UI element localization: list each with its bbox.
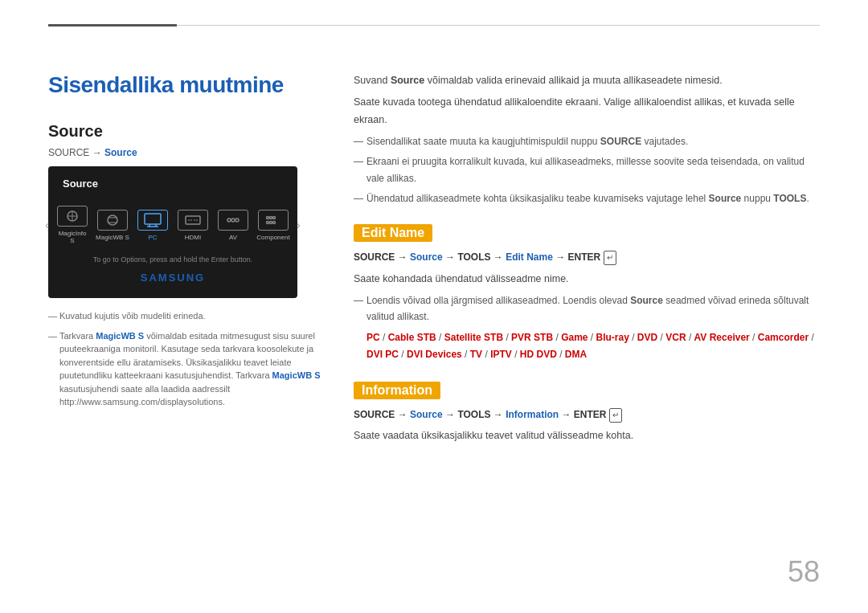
source-item-magicinfos[interactable]: MagicInfo S [55, 206, 89, 244]
source-icon-hdmi [178, 210, 208, 231]
source-label-component: Component [256, 234, 289, 241]
samsung-logo: SAMSUNG [56, 267, 289, 290]
note-item-1: Kuvatud kujutis võib mudeliti erineda. [48, 309, 321, 323]
sub-note-2: Ekraani ei pruugita korralikult kuvada, … [354, 153, 820, 186]
page-title: Sisendallika muutmine [48, 72, 321, 98]
source-arrow-right[interactable]: › [297, 219, 301, 231]
source-label-hdmi: HDMI [185, 234, 201, 241]
source-icon-magicwbs [97, 210, 128, 231]
source-icons-row: ‹ MagicInfo S [56, 199, 289, 251]
svg-point-16 [231, 219, 235, 222]
source-panel: Source ‹ MagicInfo S [48, 166, 297, 298]
source-item-av[interactable]: AV [216, 210, 250, 241]
svg-point-20 [273, 216, 276, 219]
page-number: 58 [788, 555, 820, 589]
source-item-magicwbs[interactable]: MagicWB S [96, 210, 129, 241]
source-path-label: SOURCE → [48, 147, 104, 158]
right-column: Suvand Source võimaldab valida erinevaid… [354, 72, 820, 452]
source-label-pc: PC [148, 234, 157, 241]
svg-point-22 [270, 221, 272, 223]
section-heading-source: Source [48, 122, 321, 141]
edit-name-title: Edit Name [354, 224, 432, 242]
source-item-hdmi[interactable]: HDMI [176, 210, 210, 241]
source-label-av: AV [229, 234, 237, 241]
svg-point-21 [267, 221, 269, 223]
source-item-pc[interactable]: PC [136, 210, 170, 241]
source-path: SOURCE → Source [48, 147, 321, 158]
svg-rect-10 [186, 216, 200, 224]
intro-text-2: Saate kuvada tootega ühendatud allikaloe… [354, 94, 820, 129]
source-panel-title: Source [56, 174, 289, 193]
edit-name-cmd: SOURCE → Source → TOOLS → Edit Name → EN… [354, 250, 820, 265]
left-column: Sisendallika muutmine Source SOURCE → So… [48, 72, 321, 452]
information-section: Information SOURCE → Source → TOOLS → In… [354, 382, 820, 444]
svg-point-3 [108, 215, 117, 225]
device-list: PC / Cable STB / Satellite STB / PVR STB… [354, 329, 820, 364]
edit-name-section: Edit Name SOURCE → Source → TOOLS → Edit… [354, 224, 820, 363]
source-item-component[interactable]: Component [256, 210, 290, 241]
source-icon-pc [137, 210, 168, 231]
intro-text-1: Suvand Source võimaldab valida erinevaid… [354, 72, 820, 89]
sub-note-1: Sisendallikat saate muuta ka kaugjuhtimi… [354, 133, 820, 149]
information-cmd: SOURCE → Source → TOOLS → Information → … [354, 407, 820, 423]
note-item-2: Tarkvara MagicWB S võimaldab esitada mit… [48, 329, 321, 409]
svg-rect-6 [145, 214, 161, 224]
source-icon-component [258, 210, 289, 231]
source-arrow-left[interactable]: ‹ [45, 219, 49, 231]
edit-name-desc: Saate kohandada ühendatud välisseadme ni… [354, 271, 820, 288]
source-label-magicinfos: MagicInfo S [55, 230, 89, 244]
svg-point-23 [273, 221, 276, 223]
information-title: Information [354, 382, 440, 399]
edit-name-list-note: Loendis võivad olla järgmised allikasead… [354, 292, 820, 325]
svg-point-15 [227, 219, 231, 222]
svg-point-18 [267, 216, 269, 219]
sub-note-3: Ühendatud allikaseadmete kohta üksikasja… [354, 190, 820, 206]
svg-point-17 [235, 219, 239, 222]
svg-point-19 [270, 216, 272, 219]
source-path-link[interactable]: Source [104, 147, 137, 158]
source-label-magicwbs: MagicWB S [96, 234, 129, 241]
source-hint: To go to Options, press and hold the Ent… [56, 251, 289, 267]
source-icon-av [218, 210, 248, 231]
notes-section: Kuvatud kujutis võib mudeliti erineda. T… [48, 309, 321, 409]
source-icon-magicinfos [57, 206, 88, 227]
information-desc: Saate vaadata üksikasjalikku teavet vali… [354, 427, 820, 444]
